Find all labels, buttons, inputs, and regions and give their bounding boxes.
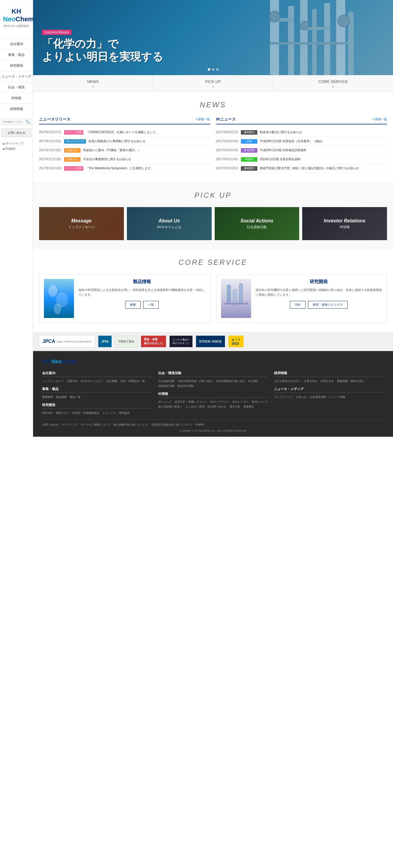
english-link[interactable]: English — [3, 146, 30, 151]
banner-ad4[interactable]: え！？10/23 — [228, 335, 244, 347]
footer-col-csr: 社会・環境活動 社会貢献活動 次世代育成支援への取り組み 女性活躍推進の取り組み… — [158, 371, 268, 415]
footer-link[interactable]: 関係会社一覧 — [129, 379, 145, 383]
badge-toki: 適時開示 — [241, 130, 258, 135]
footer-recruit-links: 入社を希望される方へ 仕事を知る 社員を知る 募集職種・選考の流れ — [274, 379, 384, 383]
footer-link[interactable]: 品質保証活動 — [158, 384, 174, 388]
footer-link[interactable]: 開発フロー — [56, 411, 69, 415]
contact-link[interactable]: お問い合わせ — [1, 129, 31, 137]
ir-more-link[interactable]: > 新着一覧 — [372, 117, 387, 121]
pickup-card-about[interactable]: About Us KHネオケムとは — [127, 207, 212, 240]
badge-event: イベント情報 — [64, 130, 83, 135]
badge-toki: 適時開示 — [241, 166, 258, 171]
footer-link[interactable]: 免責事項 — [243, 405, 254, 409]
footer-col-recruit: 採用情報 入社を希望される方へ 仕事を知る 社員を知る 募集職種・選考の流れ ニ… — [274, 371, 384, 415]
banner-kagaku-text: 可能性工業会 — [118, 340, 134, 344]
footer-link[interactable]: 財務ハイライト — [188, 400, 208, 404]
sitemap-link[interactable]: サイトマップ — [3, 141, 30, 146]
tab-coreservice[interactable]: CORE SERVICE ▼ — [273, 75, 393, 91]
search-input[interactable] — [2, 119, 24, 124]
footer-link[interactable]: お知らせ — [296, 395, 307, 399]
footer-link[interactable]: 次世代育成支援への取り組み — [177, 379, 213, 383]
footer-link[interactable]: よくあるご質問 — [185, 405, 205, 409]
banner-ad1[interactable]: 緊急・逆援紹介されました — [141, 335, 166, 347]
news-date: 2017年01月25日 — [216, 166, 239, 170]
ir-news-item: 2017年02月14日 IR資料 2016年12月期 決算説明会資料 — [216, 155, 387, 164]
sidebar-item-research[interactable]: 研究開発 — [0, 60, 33, 71]
hero-dot-2[interactable] — [212, 68, 214, 71]
hero-content: Corporate Mission 「化学の力」で よりよい明日を実現する — [42, 30, 163, 63]
product-list-button[interactable]: 一覧 — [143, 301, 159, 309]
footer-link[interactable]: トピックス — [102, 411, 116, 415]
footer-terms-link[interactable]: サイトのご利用について — [81, 423, 110, 427]
footer-link[interactable]: トップメッセージ — [42, 379, 64, 383]
footer-link[interactable]: 株式について — [252, 400, 268, 404]
pickup-card-message[interactable]: Message トップメッセージ — [39, 207, 124, 240]
hero-title-line2: よりよい明日を実現する — [42, 50, 163, 63]
sidebar-item-news[interactable]: ニュース・メディア — [0, 71, 33, 82]
footer-link[interactable]: IRライブラリー — [210, 400, 230, 404]
footer-link[interactable]: 製品一覧 — [70, 395, 81, 399]
footer-link[interactable]: IRニュース — [158, 400, 172, 404]
footer-link[interactable]: 仕事を知る — [304, 379, 318, 383]
footer-link[interactable]: 企業方針 — [67, 379, 78, 383]
footer-link[interactable]: IRカレンダー — [233, 400, 249, 404]
footer-link[interactable]: 沿革 — [120, 379, 126, 383]
research-topics-button[interactable]: 研究・技術トピックス — [308, 301, 347, 309]
tab-pickup-arrow: ▼ — [156, 85, 270, 88]
footer-link[interactable]: 社会貢献活動 — [158, 379, 174, 383]
badge-notice: お知らせ — [64, 148, 81, 153]
pickup-card-ir[interactable]: Investor Relations IR情報 — [302, 207, 387, 240]
banner-jpia[interactable]: JPIA — [98, 335, 112, 347]
footer-sitemap-link[interactable]: サイトマップ — [61, 423, 78, 427]
footer-link[interactable]: IRお問い合わせ — [208, 405, 226, 409]
tab-news[interactable]: NEWS ▼ — [33, 75, 153, 91]
footer-link[interactable]: 研究論文 — [119, 411, 130, 415]
footer-link[interactable]: RC活動 — [248, 379, 258, 383]
sidebar-item-ir[interactable]: IR情報 — [0, 93, 33, 103]
tab-pickup[interactable]: PICK UP ▼ — [153, 75, 273, 91]
banner-stockvoice[interactable]: STOCK VOICE — [196, 335, 225, 347]
footer-link[interactable]: 経営方針 — [175, 400, 185, 404]
footer-link[interactable]: 募集職種・選考の流れ — [337, 379, 364, 383]
footer-link[interactable]: KHネオケムとは？ — [81, 379, 103, 383]
sidebar-item-recruit[interactable]: 採用情報 — [0, 103, 33, 114]
news-date: 2017年01月12日 — [39, 166, 62, 170]
search-button[interactable]: 🔍 — [24, 119, 31, 124]
core-research-title: 研究開発 — [255, 279, 383, 285]
sidebar-nav: 会社案内 事業・製品 研究開発 ニュース・メディア 社会・環境 IR情報 採用情… — [0, 38, 33, 114]
footer-link[interactable]: 個人投資家の皆様へ — [158, 405, 183, 409]
research-policy-button[interactable]: 方針 — [290, 301, 305, 309]
footer-specific-privacy-link[interactable]: 特定個人情報の取り扱いについて — [152, 423, 192, 427]
footer-link[interactable]: 社会環境活動 — [310, 395, 326, 399]
banner-ad2[interactable]: ビジネス番組で紹介されました — [169, 335, 193, 347]
banner-kagaku[interactable]: 可能性工業会 — [115, 335, 138, 347]
footer-link[interactable]: 社員を知る — [321, 379, 334, 383]
footer-link[interactable]: 入社を希望される方へ — [274, 379, 301, 383]
hero-dot-1[interactable] — [208, 68, 210, 71]
footer-link[interactable]: 女性活躍推進の取り組み — [216, 379, 245, 383]
banner-jpca[interactable]: JPCA Japan Printed Circuit Association — [39, 335, 95, 347]
news-text: 平成28年12月期 決算補足説明資料 — [260, 148, 387, 152]
svg-point-11 — [300, 21, 309, 30]
footer-english-link[interactable]: English — [195, 423, 204, 427]
footer-link[interactable]: 会社概要 — [107, 379, 117, 383]
footer-contact-link[interactable]: お問い合わせ — [42, 423, 58, 427]
footer-link[interactable]: 研究方針 — [42, 411, 53, 415]
footer-link[interactable]: 製品安全活動 — [177, 384, 194, 388]
footer-link[interactable]: 製品検索 — [56, 395, 67, 399]
press-more-link[interactable]: > 新着一覧 — [195, 117, 210, 121]
product-search-button[interactable]: 検索 — [125, 301, 141, 309]
hero-dot-3[interactable] — [216, 68, 219, 71]
banner-ad4-text: え！？10/23 — [232, 338, 241, 345]
footer-link[interactable]: 電子公告 — [230, 405, 240, 409]
footer-link[interactable]: 研究所・技術開発拠点 — [72, 411, 99, 415]
footer-privacy-link[interactable]: 個人情報の取り扱いについて — [113, 423, 149, 427]
footer-link[interactable]: プレスリリース — [274, 395, 293, 399]
footer-link[interactable]: イベント情報 — [329, 395, 345, 399]
sidebar-item-business[interactable]: 事業・製品 — [0, 49, 33, 60]
pickup-card-social[interactable]: Social Actions 社会貢献活動 — [215, 207, 300, 240]
sidebar-item-company[interactable]: 会社案内 — [0, 38, 33, 49]
footer-research-title: 研究開発 — [42, 403, 152, 409]
footer-link[interactable]: 事業概要 — [42, 395, 53, 399]
sidebar-item-csr[interactable]: 社会・環境 — [0, 82, 33, 93]
